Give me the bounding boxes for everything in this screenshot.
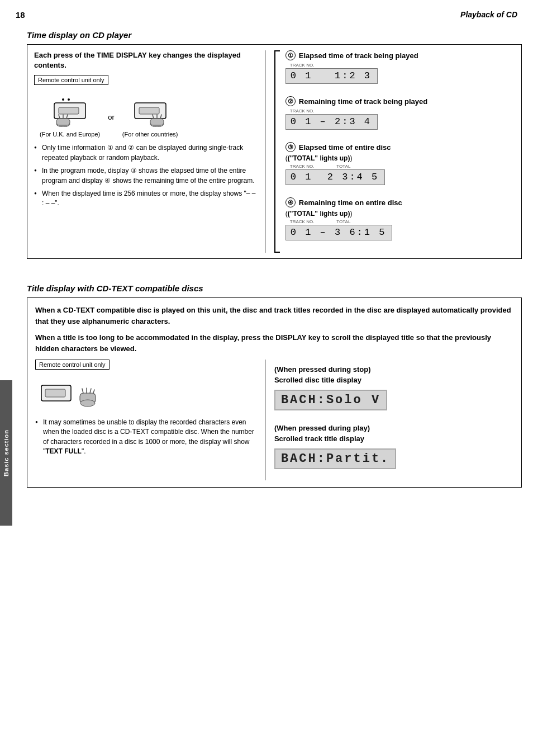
svg-point-1 xyxy=(68,98,70,101)
display-item-2: ② Remaining time of track being played T… xyxy=(285,96,515,134)
section1-box: Each press of the TIME DISPLAY key chang… xyxy=(27,44,522,259)
display-item-3: ③ Elapsed time of entire disc (("TOTAL" … xyxy=(285,142,515,190)
disc-title-display: BACH:Solo V xyxy=(274,390,387,410)
svg-rect-17 xyxy=(45,389,65,397)
bullet-2: In the program mode, display ③ shows the… xyxy=(34,166,256,186)
svg-rect-12 xyxy=(150,119,164,125)
svg-rect-3 xyxy=(59,107,79,114)
scroll-disc-label: Scrolled disc title display xyxy=(274,376,513,384)
svg-point-19 xyxy=(80,400,95,407)
when-play-section: (When pressed during play) Scrolled trac… xyxy=(274,424,513,477)
scroll-track-label: Scrolled track title display xyxy=(274,434,513,443)
svg-line-20 xyxy=(82,389,83,393)
when-stop-section: (When pressed during stop) Scrolled disc… xyxy=(274,365,513,418)
section1-bullets: Only time information ① and ② can be dis… xyxy=(34,143,256,208)
page-title: Playback of CD xyxy=(460,10,517,19)
bullet-3: When the displayed time is 256 minutes o… xyxy=(34,189,256,209)
bullet-1: Only time information ① and ② can be dis… xyxy=(34,143,256,163)
display-item-4: ④ Remaining time on entire disc (("TOTAL… xyxy=(285,197,515,245)
section1-remote-badge: Remote control unit only xyxy=(34,75,108,85)
section2-bullets: It may sometimes be unable to display th… xyxy=(35,418,256,457)
section2-title: Title display with CD-TEXT compatible di… xyxy=(27,284,522,293)
uk-europe-device: (For U.K. and Europe) xyxy=(40,96,100,138)
section1-intro: Each press of the TIME DISPLAY key chang… xyxy=(34,50,256,70)
sidebar-section-label: Basic section xyxy=(0,380,12,526)
display-item-1: ① Elapsed time of track being played TRA… xyxy=(285,50,515,88)
svg-rect-5 xyxy=(56,119,70,125)
uk-europe-label: (For U.K. and Europe) xyxy=(40,131,100,138)
svg-point-0 xyxy=(62,98,64,101)
svg-rect-10 xyxy=(139,107,159,114)
section2-box: When a CD-TEXT compatible disc is played… xyxy=(27,297,522,488)
track-title-display: BACH:Partit. xyxy=(274,448,396,469)
page-number: 18 xyxy=(16,10,25,20)
svg-line-22 xyxy=(90,389,91,393)
other-countries-device: (For other countries) xyxy=(122,96,178,138)
section2-intro2: When a title is too long to be accommoda… xyxy=(35,332,513,354)
section1-title: Time display on CD player xyxy=(27,30,522,40)
section2-remote-badge: Remote control unit only xyxy=(35,360,110,370)
other-countries-label: (For other countries) xyxy=(122,131,178,138)
or-divider: or xyxy=(108,113,115,121)
section2-bullet-1: It may sometimes be unable to display th… xyxy=(35,418,256,457)
section2-intro1: When a CD-TEXT compatible disc is played… xyxy=(35,305,513,327)
svg-line-23 xyxy=(93,390,94,393)
when-play-label: (When pressed during play) xyxy=(274,424,513,432)
when-stop-label: (When pressed during stop) xyxy=(274,365,513,374)
